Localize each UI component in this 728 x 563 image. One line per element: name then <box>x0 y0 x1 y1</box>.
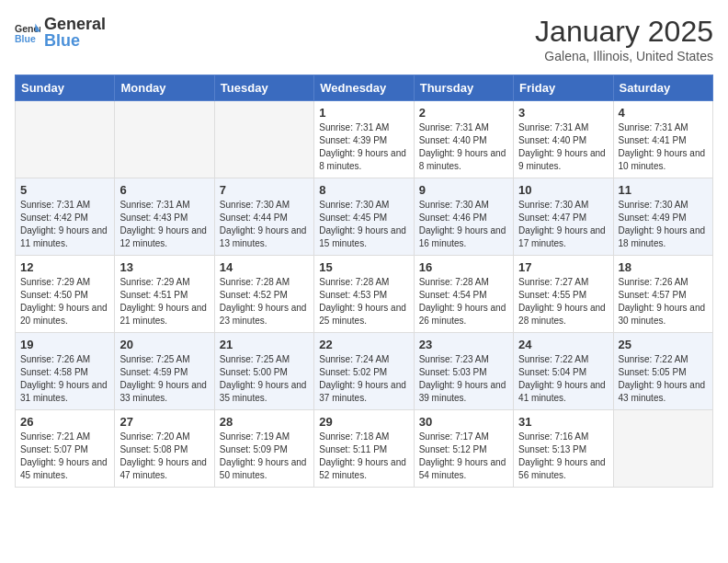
calendar-day-cell <box>613 410 712 488</box>
weekday-header: Wednesday <box>314 75 414 101</box>
calendar-day-cell: 6Sunrise: 7:31 AM Sunset: 4:43 PM Daylig… <box>115 178 214 256</box>
day-number: 8 <box>319 183 408 197</box>
calendar-day-cell: 19Sunrise: 7:26 AM Sunset: 4:58 PM Dayli… <box>16 333 115 410</box>
calendar-day-cell: 24Sunrise: 7:22 AM Sunset: 5:04 PM Dayli… <box>514 333 613 410</box>
calendar-day-cell <box>115 101 214 178</box>
day-number: 23 <box>419 338 508 351</box>
logo: General Blue General Blue <box>15 15 106 51</box>
day-info: Sunrise: 7:30 AM Sunset: 4:46 PM Dayligh… <box>419 199 508 250</box>
day-number: 10 <box>518 183 608 197</box>
day-number: 15 <box>319 260 408 274</box>
day-info: Sunrise: 7:23 AM Sunset: 5:03 PM Dayligh… <box>419 353 508 405</box>
weekday-header: Sunday <box>16 75 115 101</box>
day-info: Sunrise: 7:25 AM Sunset: 4:59 PM Dayligh… <box>119 353 209 405</box>
day-number: 27 <box>119 415 209 429</box>
day-info: Sunrise: 7:26 AM Sunset: 4:58 PM Dayligh… <box>20 353 109 405</box>
calendar-day-cell: 23Sunrise: 7:23 AM Sunset: 5:03 PM Dayli… <box>414 333 513 410</box>
day-info: Sunrise: 7:31 AM Sunset: 4:40 PM Dayligh… <box>518 121 608 173</box>
day-info: Sunrise: 7:30 AM Sunset: 4:45 PM Dayligh… <box>319 199 408 250</box>
calendar-day-cell: 18Sunrise: 7:26 AM Sunset: 4:57 PM Dayli… <box>613 256 712 333</box>
day-number: 12 <box>20 260 109 274</box>
day-number: 16 <box>419 260 508 274</box>
day-number: 17 <box>518 260 608 274</box>
calendar-day-cell: 10Sunrise: 7:30 AM Sunset: 4:47 PM Dayli… <box>514 178 613 256</box>
weekday-header: Thursday <box>414 75 513 101</box>
day-info: Sunrise: 7:30 AM Sunset: 4:49 PM Dayligh… <box>619 199 708 250</box>
weekday-header: Saturday <box>613 75 712 101</box>
day-number: 20 <box>119 338 209 351</box>
title-block: January 2025 Galena, Illinois, United St… <box>535 15 713 63</box>
calendar-day-cell <box>214 101 313 178</box>
calendar-week-row: 5Sunrise: 7:31 AM Sunset: 4:42 PM Daylig… <box>16 178 713 256</box>
day-info: Sunrise: 7:28 AM Sunset: 4:53 PM Dayligh… <box>319 276 408 327</box>
day-number: 6 <box>119 183 209 197</box>
day-number: 13 <box>119 260 209 274</box>
day-info: Sunrise: 7:24 AM Sunset: 5:02 PM Dayligh… <box>319 353 408 405</box>
calendar-day-cell: 1Sunrise: 7:31 AM Sunset: 4:39 PM Daylig… <box>314 101 414 178</box>
calendar-day-cell <box>16 101 115 178</box>
calendar-day-cell: 5Sunrise: 7:31 AM Sunset: 4:42 PM Daylig… <box>16 178 115 256</box>
calendar-day-cell: 2Sunrise: 7:31 AM Sunset: 4:40 PM Daylig… <box>414 101 513 178</box>
calendar-day-cell: 20Sunrise: 7:25 AM Sunset: 4:59 PM Dayli… <box>115 333 214 410</box>
calendar-day-cell: 27Sunrise: 7:20 AM Sunset: 5:08 PM Dayli… <box>115 410 214 488</box>
calendar-day-cell: 13Sunrise: 7:29 AM Sunset: 4:51 PM Dayli… <box>115 256 214 333</box>
day-number: 21 <box>220 338 309 351</box>
calendar-day-cell: 14Sunrise: 7:28 AM Sunset: 4:52 PM Dayli… <box>214 256 313 333</box>
svg-text:Blue: Blue <box>15 32 36 43</box>
calendar-day-cell: 15Sunrise: 7:28 AM Sunset: 4:53 PM Dayli… <box>314 256 414 333</box>
day-number: 7 <box>220 183 309 197</box>
calendar-day-cell: 4Sunrise: 7:31 AM Sunset: 4:41 PM Daylig… <box>613 101 712 178</box>
calendar-day-cell: 30Sunrise: 7:17 AM Sunset: 5:12 PM Dayli… <box>414 410 513 488</box>
day-info: Sunrise: 7:19 AM Sunset: 5:09 PM Dayligh… <box>220 431 309 482</box>
day-info: Sunrise: 7:29 AM Sunset: 4:51 PM Dayligh… <box>119 276 209 327</box>
day-info: Sunrise: 7:28 AM Sunset: 4:54 PM Dayligh… <box>419 276 508 327</box>
day-number: 4 <box>619 106 708 120</box>
day-number: 1 <box>319 106 408 120</box>
day-info: Sunrise: 7:26 AM Sunset: 4:57 PM Dayligh… <box>619 276 708 327</box>
calendar-week-row: 26Sunrise: 7:21 AM Sunset: 5:07 PM Dayli… <box>16 410 713 488</box>
calendar-table: SundayMondayTuesdayWednesdayThursdayFrid… <box>15 75 713 488</box>
day-info: Sunrise: 7:22 AM Sunset: 5:04 PM Dayligh… <box>518 353 608 405</box>
day-info: Sunrise: 7:22 AM Sunset: 5:05 PM Dayligh… <box>619 353 708 405</box>
weekday-header: Tuesday <box>214 75 313 101</box>
calendar-day-cell: 17Sunrise: 7:27 AM Sunset: 4:55 PM Dayli… <box>514 256 613 333</box>
day-info: Sunrise: 7:17 AM Sunset: 5:12 PM Dayligh… <box>419 431 508 482</box>
calendar-week-row: 1Sunrise: 7:31 AM Sunset: 4:39 PM Daylig… <box>16 101 713 178</box>
day-number: 28 <box>220 415 309 429</box>
calendar-day-cell: 7Sunrise: 7:30 AM Sunset: 4:44 PM Daylig… <box>214 178 313 256</box>
day-number: 9 <box>419 183 508 197</box>
day-number: 3 <box>518 106 608 120</box>
day-info: Sunrise: 7:31 AM Sunset: 4:41 PM Dayligh… <box>619 121 708 173</box>
page-header: General Blue General Blue January 2025 G… <box>15 15 713 63</box>
day-info: Sunrise: 7:18 AM Sunset: 5:11 PM Dayligh… <box>319 431 408 482</box>
calendar-day-cell: 9Sunrise: 7:30 AM Sunset: 4:46 PM Daylig… <box>414 178 513 256</box>
day-info: Sunrise: 7:30 AM Sunset: 4:47 PM Dayligh… <box>518 199 608 250</box>
weekday-header: Friday <box>514 75 613 101</box>
day-info: Sunrise: 7:31 AM Sunset: 4:42 PM Dayligh… <box>20 199 109 250</box>
calendar-day-cell: 29Sunrise: 7:18 AM Sunset: 5:11 PM Dayli… <box>314 410 414 488</box>
calendar-day-cell: 11Sunrise: 7:30 AM Sunset: 4:49 PM Dayli… <box>613 178 712 256</box>
calendar-day-cell: 22Sunrise: 7:24 AM Sunset: 5:02 PM Dayli… <box>314 333 414 410</box>
day-number: 2 <box>419 106 508 120</box>
logo-blue-text: Blue <box>44 31 106 52</box>
day-info: Sunrise: 7:31 AM Sunset: 4:43 PM Dayligh… <box>119 199 209 250</box>
day-info: Sunrise: 7:28 AM Sunset: 4:52 PM Dayligh… <box>220 276 309 327</box>
calendar-day-cell: 31Sunrise: 7:16 AM Sunset: 5:13 PM Dayli… <box>514 410 613 488</box>
day-number: 5 <box>20 183 109 197</box>
weekday-header: Monday <box>115 75 214 101</box>
weekday-header-row: SundayMondayTuesdayWednesdayThursdayFrid… <box>16 75 713 101</box>
day-number: 14 <box>220 260 309 274</box>
day-number: 24 <box>518 338 608 351</box>
calendar-day-cell: 28Sunrise: 7:19 AM Sunset: 5:09 PM Dayli… <box>214 410 313 488</box>
day-number: 26 <box>20 415 109 429</box>
calendar-day-cell: 16Sunrise: 7:28 AM Sunset: 4:54 PM Dayli… <box>414 256 513 333</box>
day-number: 19 <box>20 338 109 351</box>
day-info: Sunrise: 7:21 AM Sunset: 5:07 PM Dayligh… <box>20 431 109 482</box>
calendar-day-cell: 3Sunrise: 7:31 AM Sunset: 4:40 PM Daylig… <box>514 101 613 178</box>
day-number: 31 <box>518 415 608 429</box>
day-info: Sunrise: 7:29 AM Sunset: 4:50 PM Dayligh… <box>20 276 109 327</box>
day-number: 22 <box>319 338 408 351</box>
day-number: 25 <box>619 338 708 351</box>
calendar-day-cell: 8Sunrise: 7:30 AM Sunset: 4:45 PM Daylig… <box>314 178 414 256</box>
day-number: 18 <box>619 260 708 274</box>
